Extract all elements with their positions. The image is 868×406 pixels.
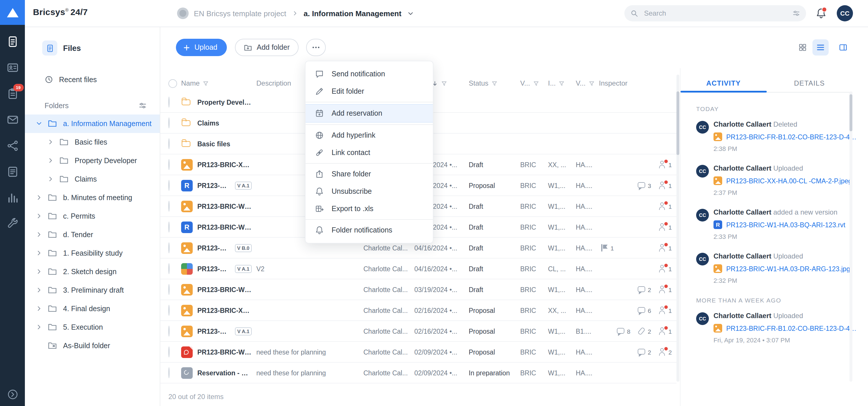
notifications-bell-icon[interactable] [814, 6, 828, 20]
file-name-cell[interactable]: Claims [181, 117, 256, 129]
table-row[interactable]: PR123-BRI... V A.1 V2 Charlotte Cal... 0… [160, 259, 677, 279]
table-scrollbar[interactable] [677, 75, 679, 382]
tree-chevron-icon[interactable] [35, 268, 43, 276]
row-badge[interactable]: 1 [658, 202, 672, 210]
rail-files-icon[interactable] [5, 35, 20, 48]
tree-item[interactable]: Basic files [25, 133, 160, 151]
row-badge[interactable]: 6 [638, 306, 651, 315]
tree-chevron-icon[interactable] [35, 286, 43, 294]
column-header-status[interactable]: Status [469, 79, 520, 87]
row-checkbox[interactable] [168, 325, 169, 336]
file-name-cell[interactable]: Reservation - PR... [181, 367, 256, 378]
table-scrollbar-thumb[interactable] [677, 91, 679, 155]
row-checkbox[interactable] [168, 346, 169, 357]
tree-item[interactable]: Property Developer [25, 151, 160, 170]
rail-reports-icon[interactable] [5, 191, 20, 205]
recent-files-item[interactable]: Recent files [44, 75, 160, 84]
grid-view-toggle[interactable] [795, 39, 811, 56]
bricsys-logo[interactable] [0, 0, 25, 25]
tree-chevron-icon[interactable] [47, 138, 55, 146]
menu-item[interactable]: Edit folder [306, 83, 433, 100]
row-checkbox[interactable] [168, 242, 169, 253]
menu-item[interactable]: Add hyperlink [306, 127, 433, 144]
row-badge[interactable]: 1 [658, 243, 672, 252]
activity-item[interactable]: CC Charlotte Callaert Uploaded PR123-BRI… [696, 252, 842, 284]
tree-item[interactable]: 5. Execution [25, 318, 160, 337]
file-name-cell[interactable]: PR123-BRI... V A.1 [181, 325, 256, 337]
activity-item[interactable]: CC Charlotte Callaert Uploaded PR123-BRI… [696, 164, 842, 196]
rail-forms-icon[interactable] [5, 165, 20, 179]
row-checkbox[interactable] [168, 200, 169, 211]
file-name-cell[interactable]: Property Developer [181, 96, 256, 108]
breadcrumb-project[interactable]: EN Bricsys template project [194, 9, 286, 18]
tree-item[interactable]: 3. Preliminary draft [25, 281, 160, 300]
menu-item[interactable]: Unsubscribe [306, 183, 433, 200]
row-checkbox[interactable] [168, 304, 169, 315]
filter-icon[interactable] [589, 80, 595, 87]
row-badge[interactable]: 1 [658, 285, 672, 294]
file-name-cell[interactable]: PR123-BRIC-W1-... [181, 346, 256, 358]
tree-chevron-icon[interactable] [47, 175, 55, 183]
list-view-toggle[interactable] [812, 39, 829, 56]
file-name-cell[interactable]: Basic files [181, 138, 256, 149]
row-badge[interactable]: 8 [617, 327, 630, 335]
file-name-cell[interactable]: PR123-BRIC-XX-... [181, 304, 256, 316]
filter-icon[interactable] [559, 80, 565, 87]
rail-workflow-icon[interactable] [5, 139, 20, 153]
row-checkbox[interactable] [168, 117, 169, 128]
activity-file-link[interactable]: PR123-BRIC-W1-HA.03-DR-ARG-123.jpg [713, 264, 850, 273]
row-badge[interactable]: 1 [658, 223, 672, 231]
table-row[interactable]: PR123-BRIC-XX-... Charlotte Cal... 02/16… [160, 300, 677, 321]
row-badge[interactable]: 2 [638, 347, 651, 356]
column-header-name[interactable]: Name [181, 79, 256, 87]
activity-file-link[interactable]: PR123-BRIC-XX-HA.00-CL -CMA-2-P.jpeg [713, 176, 852, 185]
column-header-inspector[interactable]: Inspector [599, 79, 673, 87]
rail-admin-icon[interactable] [5, 217, 20, 231]
row-badge[interactable]: 1 [658, 327, 672, 335]
filter-icon[interactable] [491, 80, 498, 87]
column-header-c1[interactable]: V... [520, 79, 548, 87]
breadcrumb-current[interactable]: a. Information Management [304, 9, 401, 18]
row-badge[interactable]: 1 [600, 243, 614, 252]
tab-activity[interactable]: ACTIVITY [681, 75, 767, 92]
tree-item[interactable]: 4. Final design [25, 300, 160, 318]
file-name-cell[interactable]: PR123-BRIC-W1-... [181, 221, 256, 233]
row-badge[interactable]: 2 [638, 285, 651, 294]
menu-item[interactable]: Add reservation [306, 104, 433, 123]
tree-item[interactable]: As-Build folder [25, 337, 160, 355]
search-filter-icon[interactable] [792, 9, 800, 18]
tree-item[interactable]: c. Permits [25, 207, 160, 226]
tree-item[interactable]: a. Information Management [25, 114, 160, 133]
menu-item[interactable]: Link contact [306, 144, 433, 161]
tree-chevron-icon[interactable] [35, 120, 43, 128]
row-badge[interactable]: 3 [638, 181, 651, 190]
search-bar[interactable] [624, 5, 806, 22]
chevron-down-icon[interactable] [406, 9, 414, 17]
menu-item[interactable] [306, 102, 433, 102]
tab-details[interactable]: DETAILS [767, 75, 852, 92]
file-name-cell[interactable]: PR123-BRI... V B.0 [181, 242, 256, 253]
activity-item[interactable]: CC Charlotte Callaert Uploaded PR123-BRI… [696, 312, 842, 343]
menu-item[interactable]: Share folder [306, 165, 433, 183]
row-checkbox[interactable] [168, 263, 169, 274]
user-avatar[interactable]: CC [837, 5, 853, 22]
panel-scrollbar-thumb[interactable] [849, 94, 852, 131]
select-all-checkbox[interactable] [168, 79, 177, 88]
row-checkbox[interactable] [168, 159, 169, 170]
file-name-cell[interactable]: PR123-BRIC-XX-... [181, 159, 256, 170]
rail-contacts-icon[interactable] [5, 61, 20, 75]
filter-icon[interactable] [533, 80, 539, 87]
row-checkbox[interactable] [168, 96, 169, 107]
activity-item[interactable]: CC Charlotte Callaert Deleted PR123-BRIC… [696, 120, 842, 152]
table-row[interactable]: PR123-BRI... V A.1 Charlotte Cal... 02/1… [160, 321, 677, 342]
search-input[interactable] [643, 9, 792, 18]
row-checkbox[interactable] [168, 367, 169, 378]
column-header-c3[interactable]: V... [576, 79, 599, 87]
table-row[interactable]: PR123-BRIC-W1-... need these for plannin… [160, 342, 677, 363]
row-checkbox[interactable] [168, 179, 169, 191]
table-row[interactable]: PR123-BRIC-W1-... Charlotte Cal... 03/19… [160, 279, 677, 300]
tree-chevron-icon[interactable] [35, 231, 43, 239]
activity-file-link[interactable]: PR123-BRIC-FR-B1.02-CO-BRE-123-D-4.p... [713, 132, 857, 141]
activity-file-link[interactable]: PR123-BRIC-W1-HA.03-BQ-ARI-123.rvt [713, 221, 845, 229]
table-row[interactable]: Reservation - PR... need these for plann… [160, 363, 677, 383]
